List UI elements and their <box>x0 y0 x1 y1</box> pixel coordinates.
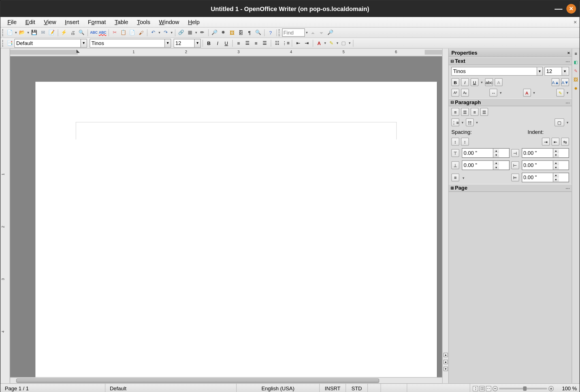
sb-decrease-indent-button[interactable]: ⇤ <box>551 138 559 145</box>
show-draw-button[interactable]: ✏ <box>198 28 206 37</box>
find-dropdown[interactable]: ▼ <box>305 31 308 34</box>
view-book-button[interactable]: ▭ <box>486 386 491 391</box>
autospell-button[interactable]: ABC <box>98 28 106 37</box>
menu-file[interactable]: File <box>3 18 21 26</box>
paragraph-style-combo[interactable]: ▼ <box>14 39 87 48</box>
save-button[interactable]: 💾 <box>30 28 39 37</box>
vertical-ruler[interactable]: 1 2 3 4 <box>1 48 10 383</box>
sb-subscript-button[interactable]: A₂ <box>461 89 469 97</box>
menu-tools[interactable]: Tools <box>133 18 155 26</box>
styles-dialog-button[interactable]: 📑 <box>6 39 14 47</box>
open-button[interactable]: 📂 <box>18 28 26 37</box>
above-spacing-spinner[interactable]: ▲▼ <box>462 148 509 158</box>
sb-hanging-indent-button[interactable]: ⇆ <box>561 138 569 145</box>
after-indent-spinner[interactable]: ▲▼ <box>522 160 569 170</box>
zoom-slider[interactable] <box>499 387 547 389</box>
edit-file-button[interactable]: 📝 <box>48 28 56 37</box>
format-grip[interactable] <box>2 40 5 47</box>
sidebar-size-dd-icon[interactable]: ▼ <box>562 67 568 75</box>
menu-insert[interactable]: Insert <box>61 18 84 26</box>
align-right-button[interactable]: ≡ <box>252 39 260 47</box>
open-dropdown[interactable]: ▼ <box>27 31 30 34</box>
font-size-input[interactable] <box>174 39 194 47</box>
zoom-knob[interactable] <box>523 386 526 390</box>
document-page[interactable] <box>35 82 437 377</box>
status-signature[interactable] <box>381 384 407 392</box>
sidebar-properties-icon[interactable]: ◧ <box>573 59 579 65</box>
toolbar-grip[interactable] <box>2 29 5 36</box>
paragraph-section-header[interactable]: ⊟ Paragraph ⋯ <box>449 98 572 106</box>
copy-button[interactable]: 📋 <box>120 28 128 37</box>
font-name-combo[interactable]: ▼ <box>90 39 171 48</box>
sb-decrease-font-button[interactable]: A▼ <box>561 78 569 86</box>
sb-increase-font-button[interactable]: A▲ <box>551 78 559 86</box>
zoom-in-button[interactable]: + <box>549 386 554 391</box>
redo-button[interactable]: ↷ <box>161 28 170 37</box>
above-spacing-input[interactable] <box>462 149 493 157</box>
sb-increase-indent-button[interactable]: ⇥ <box>542 138 550 145</box>
find-prev-button[interactable]: ⏶ <box>309 28 317 37</box>
sb-font-color-button[interactable]: A <box>523 89 531 97</box>
insert-table-button[interactable]: ▦ <box>186 28 194 37</box>
font-color-button[interactable]: A <box>315 39 323 47</box>
sb-bold-button[interactable]: B <box>451 78 459 86</box>
line-spacing-button[interactable]: ≡ <box>451 173 459 181</box>
highlight-dropdown[interactable]: ▼ <box>336 42 339 45</box>
page-down-nav-button[interactable]: ▾ <box>443 367 448 371</box>
sb-align-justify-button[interactable]: ☰ <box>480 108 488 116</box>
view-single-button[interactable]: ▯ <box>473 386 478 391</box>
paragraph-style-input[interactable] <box>15 39 81 47</box>
font-size-dropdown-icon[interactable]: ▼ <box>194 39 201 47</box>
bold-button[interactable]: B <box>205 39 213 47</box>
text-area[interactable] <box>76 122 397 140</box>
cut-button[interactable]: ✂ <box>111 28 119 37</box>
sb-strike-button[interactable]: abc <box>485 78 493 86</box>
below-spacing-input[interactable] <box>462 161 493 170</box>
below-spacing-spinner[interactable]: ▲▼ <box>462 160 509 170</box>
font-name-input[interactable] <box>90 39 165 47</box>
gallery-button[interactable]: 🖼 <box>228 28 236 37</box>
font-size-combo[interactable]: ▼ <box>174 39 201 48</box>
new-doc-button[interactable]: 📄 <box>6 28 14 37</box>
status-page[interactable]: Page 1 / 1 <box>1 384 106 392</box>
find-all-button[interactable]: 🔎 <box>326 28 334 37</box>
status-selection-mode[interactable]: STD <box>346 384 368 392</box>
navigator-button[interactable]: ✸ <box>219 28 227 37</box>
before-indent-input[interactable] <box>522 149 553 157</box>
sb-para-bg-button[interactable]: ▢ <box>555 119 564 127</box>
sb-superscript-button[interactable]: A² <box>451 89 459 97</box>
sidebar-size-input[interactable] <box>545 68 562 75</box>
sb-align-left-button[interactable]: ≡ <box>451 108 459 116</box>
undo-button[interactable]: ↶ <box>149 28 157 37</box>
spellcheck-button[interactable]: ABC <box>90 28 98 37</box>
find-input[interactable] <box>282 28 305 37</box>
help-button[interactable]: ? <box>266 28 275 37</box>
align-left-button[interactable]: ≡ <box>234 39 243 47</box>
nonprinting-button[interactable]: ¶ <box>245 28 253 37</box>
status-modified[interactable] <box>368 384 381 392</box>
sb-decrease-spacing-button[interactable]: ↕ <box>461 138 469 145</box>
menu-help[interactable]: Help <box>184 18 204 26</box>
undo-dropdown[interactable]: ▼ <box>158 31 161 34</box>
sb-highlight-button[interactable]: ✎ <box>556 89 564 97</box>
sidebar-font-input[interactable] <box>452 68 536 75</box>
hscroll-thumb[interactable] <box>16 378 379 383</box>
vertical-scrollbar[interactable]: ▴ ● ▾ <box>442 48 448 383</box>
menu-window[interactable]: Window <box>155 18 184 26</box>
window-close-button[interactable]: ✕ <box>566 4 576 14</box>
table-dropdown[interactable]: ▼ <box>195 31 198 34</box>
sb-spacing-button[interactable]: ↔ <box>490 89 498 97</box>
print-button[interactable]: 🖨 <box>69 28 77 37</box>
menu-table[interactable]: Table <box>110 18 133 26</box>
sidebar-gallery-icon[interactable]: 🖼 <box>573 76 579 83</box>
email-button[interactable]: ✉ <box>39 28 47 37</box>
sb-italic-button[interactable]: I <box>461 78 469 86</box>
firstline-indent-spinner[interactable]: ▲▼ <box>522 173 569 182</box>
nav-circle-button[interactable]: ● <box>443 360 448 364</box>
find-replace-button[interactable]: 🔎 <box>210 28 219 37</box>
window-minimize-button[interactable]: — <box>554 4 563 13</box>
underline-button[interactable]: U <box>222 39 231 47</box>
sb-underline-button[interactable]: U <box>471 78 479 86</box>
print-preview-button[interactable]: 🔍 <box>77 28 86 37</box>
new-doc-dropdown[interactable]: ▼ <box>14 31 18 34</box>
